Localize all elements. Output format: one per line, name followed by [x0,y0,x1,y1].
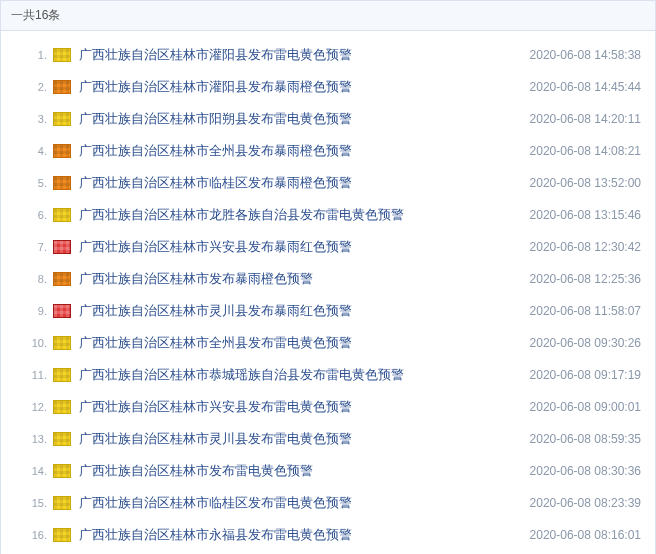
alert-level-icon [53,464,71,478]
list-item: 4.广西壮族自治区桂林市全州县发布暴雨橙色预警2020-06-08 14:08:… [1,135,655,167]
alert-timestamp: 2020-06-08 11:58:07 [520,301,641,321]
list-item: 5.广西壮族自治区桂林市临桂区发布暴雨橙色预警2020-06-08 13:52:… [1,167,655,199]
item-index: 5. [1,173,53,193]
alert-level-icon [53,336,71,350]
alert-title-link[interactable]: 广西壮族自治区桂林市临桂区发布暴雨橙色预警 [79,173,520,193]
alert-title-link[interactable]: 广西壮族自治区桂林市阳朔县发布雷电黄色预警 [79,109,520,129]
alert-title-link[interactable]: 广西壮族自治区桂林市兴安县发布雷电黄色预警 [79,397,520,417]
alert-title-link[interactable]: 广西壮族自治区桂林市灌阳县发布暴雨橙色预警 [79,77,520,97]
alert-title-link[interactable]: 广西壮族自治区桂林市临桂区发布雷电黄色预警 [79,493,520,513]
list-item: 14.广西壮族自治区桂林市发布雷电黄色预警2020-06-08 08:30:36 [1,455,655,487]
alert-level-icon [53,496,71,510]
alert-list-container: 一共16条 1.广西壮族自治区桂林市灌阳县发布雷电黄色预警2020-06-08 … [0,0,656,554]
list-item: 10.广西壮族自治区桂林市全州县发布雷电黄色预警2020-06-08 09:30… [1,327,655,359]
list-header: 一共16条 [1,1,655,31]
alert-timestamp: 2020-06-08 14:45:44 [520,77,641,97]
alert-title-link[interactable]: 广西壮族自治区桂林市全州县发布雷电黄色预警 [79,333,520,353]
alert-level-icon [53,80,71,94]
item-index: 7. [1,237,53,257]
item-index: 2. [1,77,53,97]
list-item: 8.广西壮族自治区桂林市发布暴雨橙色预警2020-06-08 12:25:36 [1,263,655,295]
alert-timestamp: 2020-06-08 09:17:19 [520,365,641,385]
alert-title-link[interactable]: 广西壮族自治区桂林市龙胜各族自治县发布雷电黄色预警 [79,205,520,225]
alert-level-icon [53,432,71,446]
item-index: 11. [1,365,53,385]
alert-timestamp: 2020-06-08 09:00:01 [520,397,641,417]
alert-level-icon [53,400,71,414]
alert-list: 1.广西壮族自治区桂林市灌阳县发布雷电黄色预警2020-06-08 14:58:… [1,31,655,554]
list-item: 11.广西壮族自治区桂林市恭城瑶族自治县发布雷电黄色预警2020-06-08 0… [1,359,655,391]
alert-level-icon [53,304,71,318]
item-index: 1. [1,45,53,65]
alert-timestamp: 2020-06-08 12:30:42 [520,237,641,257]
alert-timestamp: 2020-06-08 14:08:21 [520,141,641,161]
alert-level-icon [53,528,71,542]
alert-title-link[interactable]: 广西壮族自治区桂林市兴安县发布暴雨红色预警 [79,237,520,257]
alert-title-link[interactable]: 广西壮族自治区桂林市全州县发布暴雨橙色预警 [79,141,520,161]
list-item: 15.广西壮族自治区桂林市临桂区发布雷电黄色预警2020-06-08 08:23… [1,487,655,519]
alert-title-link[interactable]: 广西壮族自治区桂林市发布雷电黄色预警 [79,461,520,481]
item-index: 9. [1,301,53,321]
item-index: 3. [1,109,53,129]
alert-level-icon [53,368,71,382]
item-index: 8. [1,269,53,289]
total-count-text: 一共16条 [11,8,60,22]
item-index: 13. [1,429,53,449]
alert-title-link[interactable]: 广西壮族自治区桂林市灵川县发布暴雨红色预警 [79,301,520,321]
alert-timestamp: 2020-06-08 14:58:38 [520,45,641,65]
item-index: 12. [1,397,53,417]
item-index: 4. [1,141,53,161]
alert-timestamp: 2020-06-08 13:52:00 [520,173,641,193]
alert-level-icon [53,176,71,190]
list-item: 12.广西壮族自治区桂林市兴安县发布雷电黄色预警2020-06-08 09:00… [1,391,655,423]
alert-timestamp: 2020-06-08 13:15:46 [520,205,641,225]
alert-level-icon [53,112,71,126]
alert-timestamp: 2020-06-08 14:20:11 [520,109,641,129]
list-item: 2.广西壮族自治区桂林市灌阳县发布暴雨橙色预警2020-06-08 14:45:… [1,71,655,103]
alert-level-icon [53,48,71,62]
alert-timestamp: 2020-06-08 08:30:36 [520,461,641,481]
alert-level-icon [53,144,71,158]
alert-title-link[interactable]: 广西壮族自治区桂林市灵川县发布雷电黄色预警 [79,429,520,449]
list-item: 9.广西壮族自治区桂林市灵川县发布暴雨红色预警2020-06-08 11:58:… [1,295,655,327]
item-index: 14. [1,461,53,481]
alert-title-link[interactable]: 广西壮族自治区桂林市恭城瑶族自治县发布雷电黄色预警 [79,365,520,385]
alert-timestamp: 2020-06-08 12:25:36 [520,269,641,289]
alert-title-link[interactable]: 广西壮族自治区桂林市永福县发布雷电黄色预警 [79,525,520,545]
list-item: 1.广西壮族自治区桂林市灌阳县发布雷电黄色预警2020-06-08 14:58:… [1,39,655,71]
alert-level-icon [53,272,71,286]
alert-title-link[interactable]: 广西壮族自治区桂林市灌阳县发布雷电黄色预警 [79,45,520,65]
item-index: 6. [1,205,53,225]
alert-timestamp: 2020-06-08 08:16:01 [520,525,641,545]
alert-timestamp: 2020-06-08 08:23:39 [520,493,641,513]
list-item: 3.广西壮族自治区桂林市阳朔县发布雷电黄色预警2020-06-08 14:20:… [1,103,655,135]
list-item: 7.广西壮族自治区桂林市兴安县发布暴雨红色预警2020-06-08 12:30:… [1,231,655,263]
alert-title-link[interactable]: 广西壮族自治区桂林市发布暴雨橙色预警 [79,269,520,289]
alert-timestamp: 2020-06-08 08:59:35 [520,429,641,449]
list-item: 6.广西壮族自治区桂林市龙胜各族自治县发布雷电黄色预警2020-06-08 13… [1,199,655,231]
alert-level-icon [53,208,71,222]
list-item: 16.广西壮族自治区桂林市永福县发布雷电黄色预警2020-06-08 08:16… [1,519,655,551]
list-item: 13.广西壮族自治区桂林市灵川县发布雷电黄色预警2020-06-08 08:59… [1,423,655,455]
alert-timestamp: 2020-06-08 09:30:26 [520,333,641,353]
item-index: 10. [1,333,53,353]
alert-level-icon [53,240,71,254]
item-index: 16. [1,525,53,545]
item-index: 15. [1,493,53,513]
